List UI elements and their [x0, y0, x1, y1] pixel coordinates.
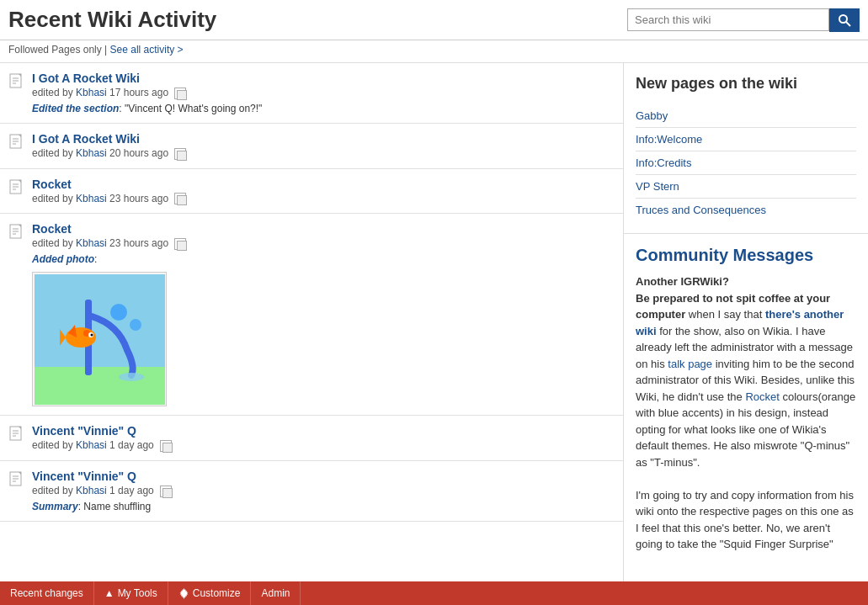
edit-icon: [8, 425, 25, 442]
search-icon: [838, 13, 851, 27]
activity-title-link[interactable]: Vincent "Vinnie" Q: [32, 424, 136, 438]
copy-icon[interactable]: [160, 486, 172, 497]
community-messages-title: Community Messages: [636, 246, 856, 265]
svg-point-25: [66, 327, 96, 348]
customize-button[interactable]: Customize: [168, 581, 252, 601]
rocket-link[interactable]: Rocket: [745, 390, 779, 403]
community-messages-section: Community Messages Another IGRWiki? Be p…: [624, 234, 868, 565]
search-bar: [627, 8, 860, 32]
activity-title-link[interactable]: I Got A Rocket Wiki: [32, 132, 140, 146]
activity-meta: edited by Kbhasi 23 hours ago: [32, 193, 186, 205]
sub-header: Followed Pages only | See all activity >: [0, 40, 868, 63]
my-tools-button[interactable]: ▲ My Tools: [94, 581, 168, 601]
search-input[interactable]: [627, 8, 829, 31]
activity-item: I Got A Rocket Wiki edited by Kbhasi 17 …: [0, 63, 623, 124]
activity-title-link[interactable]: Rocket: [32, 178, 72, 191]
gear-icon: [178, 588, 189, 599]
activity-title-link[interactable]: I Got A Rocket Wiki: [32, 72, 140, 85]
my-tools-label: My Tools: [118, 587, 157, 599]
activity-summary: Added photo:: [32, 253, 615, 265]
edit-icon: [8, 72, 25, 89]
edit-icon: [8, 133, 25, 150]
svg-point-32: [130, 319, 141, 331]
activity-title-link[interactable]: Rocket: [32, 222, 72, 236]
admin-label: Admin: [261, 587, 290, 599]
activity-meta: edited by Kbhasi 20 hours ago: [32, 147, 186, 160]
see-all-link[interactable]: See all activity >: [110, 44, 184, 56]
activity-meta: edited by Kbhasi 17 hours ago: [32, 87, 186, 99]
user-link[interactable]: Kbhasi: [76, 439, 107, 451]
photo-container: [32, 272, 615, 406]
user-link[interactable]: Kbhasi: [76, 87, 107, 98]
activity-meta: edited by Kbhasi 1 day ago: [32, 485, 172, 497]
activity-title-link[interactable]: Vincent "Vinnie" Q: [32, 470, 136, 483]
recent-changes-label: Recent changes: [10, 587, 83, 599]
wiki-link-info-welcome[interactable]: Info:Welcome: [636, 128, 856, 151]
edit-icon: [8, 470, 25, 487]
page-header: Recent Wiki Activity: [0, 0, 868, 40]
edit-icon: [8, 223, 25, 240]
copy-icon[interactable]: [174, 148, 186, 160]
svg-point-0: [839, 15, 847, 23]
svg-point-33: [119, 373, 144, 381]
svg-point-28: [90, 333, 93, 336]
activity-item: Rocket edited by Kbhasi 23 hours ago: [0, 169, 623, 215]
page-title: Recent Wiki Activity: [8, 7, 216, 33]
activity-summary: Summary: Name shuffling: [32, 501, 615, 512]
right-column: New pages on the wiki Gabby Info:Welcome…: [624, 63, 868, 601]
user-link[interactable]: Kbhasi: [76, 237, 107, 249]
wiki-link-truces[interactable]: Truces and Consequences: [636, 199, 856, 221]
followed-label: Followed Pages only: [8, 44, 102, 56]
community-text: Another IGRWiki? Be prepared to not spit…: [636, 273, 856, 553]
svg-rect-23: [35, 367, 165, 405]
photo-image: [35, 274, 165, 405]
activity-meta: edited by Kbhasi 1 day ago: [32, 439, 172, 452]
customize-label: Customize: [193, 587, 241, 599]
copy-icon[interactable]: [174, 88, 186, 99]
svg-point-31: [110, 304, 127, 321]
user-link[interactable]: Kbhasi: [76, 193, 107, 204]
copy-icon[interactable]: [174, 238, 186, 250]
talk-page-link[interactable]: talk page: [668, 358, 712, 370]
user-link[interactable]: Kbhasi: [76, 485, 107, 496]
user-link[interactable]: Kbhasi: [76, 147, 107, 159]
activity-item: Rocket edited by Kbhasi 23 hours ago Add…: [0, 214, 623, 416]
activity-item: Vincent "Vinnie" Q edited by Kbhasi 1 da…: [0, 461, 623, 522]
search-button[interactable]: [829, 8, 860, 32]
new-pages-section: New pages on the wiki Gabby Info:Welcome…: [624, 63, 868, 234]
admin-button[interactable]: Admin: [251, 581, 301, 601]
wiki-link-info-credits[interactable]: Info:Credits: [636, 151, 856, 175]
photo-box[interactable]: [32, 272, 167, 406]
wiki-link-vp-stern[interactable]: VP Stern: [636, 175, 856, 199]
activity-item: Vincent "Vinnie" Q edited by Kbhasi 1 da…: [0, 416, 623, 461]
copy-icon[interactable]: [160, 440, 172, 452]
recent-changes-button[interactable]: Recent changes: [0, 581, 94, 601]
footer-toolbar: Recent changes ▲ My Tools Customize Admi…: [0, 581, 868, 601]
activity-item: I Got A Rocket Wiki edited by Kbhasi 20 …: [0, 124, 623, 169]
activity-feed: I Got A Rocket Wiki edited by Kbhasi 17 …: [0, 63, 624, 601]
new-pages-title: New pages on the wiki: [636, 75, 856, 93]
activity-summary: Edited the section: "Vincent Q! What's g…: [32, 103, 615, 114]
edit-icon: [8, 178, 25, 195]
wiki-link-gabby[interactable]: Gabby: [636, 104, 856, 128]
dropdown-arrow-icon: ▲: [104, 587, 114, 599]
copy-icon[interactable]: [174, 193, 186, 204]
svg-line-1: [846, 22, 850, 26]
activity-meta: edited by Kbhasi 23 hours ago: [32, 237, 186, 250]
